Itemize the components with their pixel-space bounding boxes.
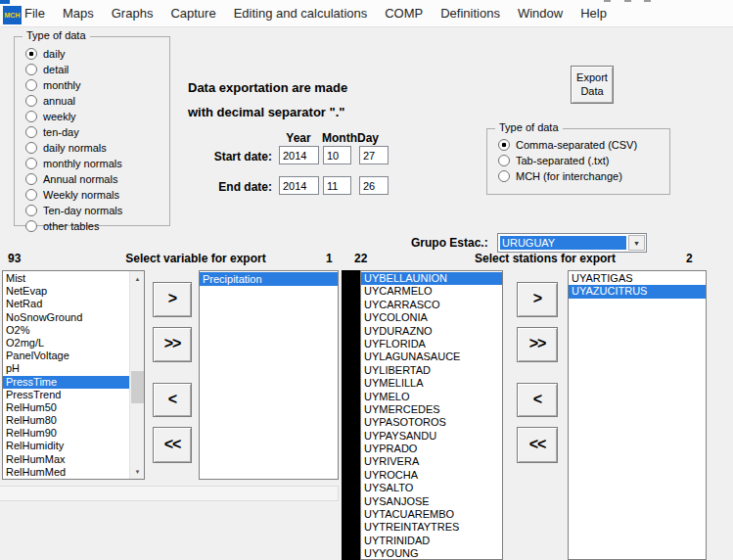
menu-item[interactable]: File: [16, 6, 54, 21]
station-item[interactable]: UYYOUNG: [361, 547, 502, 559]
combo-dropdown-arrow-icon[interactable]: ▼: [628, 235, 645, 251]
variable-item[interactable]: RelHumMax: [3, 453, 129, 466]
variable-item[interactable]: PressTime: [3, 376, 129, 389]
selected-station-item[interactable]: UYAZUCITRUS: [569, 285, 706, 298]
station-item[interactable]: UYLAGUNASAUCE: [361, 350, 502, 363]
selected-variables-items: Precipitation: [200, 272, 338, 479]
end-day-field[interactable]: [359, 176, 389, 195]
menu-item[interactable]: COMP: [376, 6, 432, 21]
titlebar-fragment: [0, 0, 10, 4]
data-type-radio[interactable]: annual: [15, 93, 169, 109]
start-day-field[interactable]: [359, 146, 389, 164]
selected-variable-item[interactable]: Precipitation: [200, 272, 338, 286]
station-item[interactable]: UYPASOTOROS: [361, 416, 502, 429]
menu-item[interactable]: Capture: [161, 6, 224, 21]
variable-item[interactable]: NoSnowGround: [3, 311, 129, 324]
variable-item[interactable]: RelHum90: [3, 427, 129, 440]
variable-item[interactable]: PressTrend: [3, 389, 129, 401]
add-all-stations-button[interactable]: >>: [517, 327, 558, 362]
station-item[interactable]: UYTRINIDAD: [361, 535, 502, 547]
selected-stations-listbox[interactable]: UYARTIGASUYAZUCITRUS: [568, 270, 707, 560]
station-item[interactable]: UYCOLONIA: [361, 311, 502, 324]
remove-all-stations-button[interactable]: <<: [517, 427, 558, 463]
station-item[interactable]: UYCARRASCO: [361, 299, 502, 311]
export-data-button[interactable]: Export Data: [571, 66, 614, 104]
data-type-radio[interactable]: Ten-day normals: [15, 203, 169, 218]
menu-item[interactable]: Editing and calculations: [225, 6, 377, 21]
station-item[interactable]: UYRIVERA: [361, 455, 502, 468]
menu-item[interactable]: Window: [509, 6, 572, 21]
remove-all-variables-button[interactable]: <<: [153, 427, 192, 463]
station-item[interactable]: UYMERCEDES: [361, 403, 502, 416]
station-item[interactable]: UYLIBERTAD: [361, 364, 502, 377]
add-all-variables-button[interactable]: >>: [153, 327, 192, 362]
data-type-radio[interactable]: monthly: [15, 77, 169, 93]
variable-item[interactable]: RelHumMed: [3, 466, 129, 479]
menu-item[interactable]: Graphs: [103, 6, 162, 21]
stations-header: Select stations for export: [423, 252, 667, 265]
data-type-radio[interactable]: ten-day: [15, 124, 169, 140]
menu-item[interactable]: Help: [572, 6, 616, 21]
end-month-field[interactable]: [323, 176, 351, 195]
remove-station-button[interactable]: <: [517, 383, 558, 417]
variable-item[interactable]: NetEvap: [3, 285, 129, 298]
mch-export-window: MCH FileMapsGraphsCaptureEditing and cal…: [0, 0, 733, 560]
variables-listbox[interactable]: MistNetEvapNetRadNoSnowGroundO2%O2mg/LPa…: [2, 270, 145, 480]
remove-variable-button[interactable]: <: [153, 383, 192, 417]
station-item[interactable]: UYTACUAREMBO: [361, 508, 502, 521]
stations-listbox[interactable]: UYBELLAUNIONUYCARMELOUYCARRASCOUYCOLONIA…: [360, 270, 503, 560]
window-control-fragment: [604, 0, 611, 2]
station-item[interactable]: UYPRADO: [361, 443, 502, 455]
variable-item[interactable]: RelHum50: [3, 401, 129, 414]
scroll-up-icon[interactable]: ▲: [130, 271, 145, 286]
format-radio[interactable]: Tab-separated (.txt): [487, 153, 669, 168]
station-item[interactable]: UYCARMELO: [361, 285, 502, 298]
year-header: Year: [277, 131, 320, 145]
selected-stations-count: 2: [686, 252, 693, 265]
variable-item[interactable]: O2%: [3, 324, 129, 337]
end-year-field[interactable]: [279, 176, 319, 195]
variables-scrollbar[interactable]: ▲ ▼: [129, 271, 144, 479]
start-month-field[interactable]: [323, 146, 351, 164]
station-item[interactable]: UYSANJOSE: [361, 495, 502, 508]
station-item[interactable]: UYPAYSANDU: [361, 430, 502, 443]
station-item[interactable]: UYBELLAUNION: [361, 272, 502, 285]
format-radio[interactable]: Comma-separated (CSV): [487, 137, 669, 153]
stations-count: 22: [354, 252, 367, 265]
window-control-fragment: [624, 0, 631, 2]
station-item[interactable]: UYSALTO: [361, 482, 502, 494]
start-date-label: Start date:: [194, 150, 272, 163]
data-type-radio[interactable]: Weekly normals: [15, 187, 169, 203]
variable-item[interactable]: PanelVoltage: [3, 350, 129, 362]
variable-item[interactable]: pH: [3, 362, 129, 375]
data-type-radio[interactable]: detail: [15, 62, 169, 77]
add-station-button[interactable]: >: [517, 282, 558, 317]
variable-item[interactable]: RelHumidity: [3, 440, 129, 452]
format-radio[interactable]: MCH (for interchange): [487, 168, 669, 184]
scrollbar-thumb[interactable]: [131, 371, 144, 403]
station-item[interactable]: UYMELILLA: [361, 377, 502, 390]
grupo-estac-combobox[interactable]: URUGUAY ▼: [497, 233, 647, 253]
data-type-radio[interactable]: monthly normals: [15, 156, 169, 171]
start-year-field[interactable]: [279, 146, 319, 164]
variable-item[interactable]: O2mg/L: [3, 337, 129, 350]
scroll-down-icon[interactable]: ▼: [130, 464, 145, 479]
station-item[interactable]: UYTREINTAYTRES: [361, 521, 502, 534]
data-type-radio[interactable]: weekly: [15, 109, 169, 124]
data-type-radio[interactable]: other tables: [15, 218, 169, 234]
menu-item[interactable]: Maps: [54, 6, 103, 21]
data-type-radio[interactable]: daily: [15, 46, 169, 62]
station-item[interactable]: UYMELO: [361, 391, 502, 403]
variable-item[interactable]: RelHum80: [3, 414, 129, 427]
selected-variables-listbox[interactable]: Precipitation: [199, 270, 339, 480]
data-type-radio[interactable]: Annual normals: [15, 171, 169, 187]
data-type-radio[interactable]: daily normals: [15, 140, 169, 156]
variable-item[interactable]: Mist: [3, 272, 129, 285]
selected-station-item[interactable]: UYARTIGAS: [569, 272, 706, 285]
variable-item[interactable]: NetRad: [3, 298, 129, 310]
station-item[interactable]: UYFLORIDA: [361, 338, 502, 350]
station-item[interactable]: UYDURAZNO: [361, 325, 502, 338]
menu-item[interactable]: Definitions: [432, 6, 509, 21]
station-item[interactable]: UYROCHA: [361, 469, 502, 482]
add-variable-button[interactable]: >: [153, 282, 192, 317]
